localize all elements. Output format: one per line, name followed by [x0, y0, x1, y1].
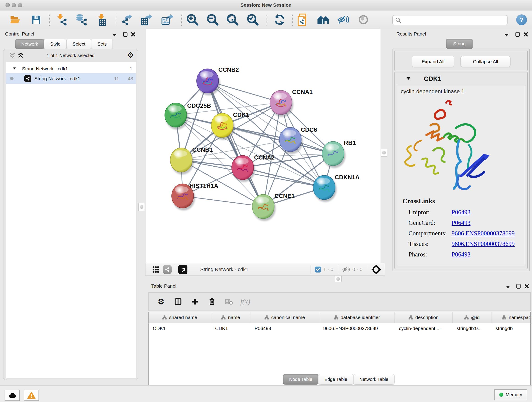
network-options-gear-icon[interactable]: ⚙	[127, 51, 134, 58]
network-view-mode-icon[interactable]	[163, 265, 172, 274]
close-panel-icon[interactable]	[523, 283, 530, 290]
close-panel-icon[interactable]	[130, 31, 137, 38]
network-node-CDC25B[interactable]	[165, 103, 188, 129]
float-panel-icon[interactable]	[111, 32, 118, 39]
clone-network-icon[interactable]	[295, 12, 310, 27]
function-builder-icon[interactable]: f(x)	[240, 298, 250, 306]
cell-canonical-name[interactable]: P06493	[250, 323, 319, 333]
network-node-CDKN1A[interactable]	[313, 175, 336, 202]
cell--id[interactable]: stringdb:9...	[452, 323, 491, 333]
save-session-icon[interactable]	[29, 12, 44, 27]
hidden-elements-icon[interactable]	[342, 266, 350, 273]
zoom-in-icon[interactable]	[185, 12, 200, 27]
network-view-canvas[interactable]: CCNB2CCNA1CDC25BCDK1CDC6RB1CCNB1CCNA2CDK…	[145, 29, 381, 263]
cell-shared-name[interactable]: CDK1	[149, 323, 211, 333]
network-edge-count: 48	[128, 76, 133, 81]
network-node-CDK1[interactable]	[211, 113, 234, 140]
network-row-selected[interactable]: String Network - cdk1 11 48	[6, 73, 136, 84]
protein-structure-image	[401, 98, 500, 194]
delete-column-trash-icon[interactable]	[207, 297, 216, 307]
maximize-panel-icon[interactable]	[514, 31, 521, 38]
float-panel-icon[interactable]	[505, 284, 511, 291]
column-header--id[interactable]: @id	[452, 312, 491, 323]
collection-label: String Network - cdk1	[22, 66, 68, 71]
string-home-icon[interactable]	[316, 12, 331, 27]
tab-node-table[interactable]: Node Table	[283, 374, 318, 385]
import-table-from-file-icon[interactable]	[94, 12, 109, 27]
control-panel-tabs: NetworkStyleSelectSets	[15, 39, 113, 49]
window-title: Session: New Session	[0, 2, 532, 8]
hide-glass-effect-icon[interactable]	[336, 12, 351, 27]
node-label-CDKN1A: CDKN1A	[335, 174, 360, 181]
crosslink-pharos-link[interactable]: P06493	[452, 251, 471, 258]
vertical-splitter-handle[interactable]	[381, 149, 387, 157]
search-input[interactable]	[403, 16, 505, 25]
warning-status-icon[interactable]	[24, 390, 39, 401]
network-node-CCNE1[interactable]	[252, 194, 276, 221]
network-collection-row[interactable]: String Network - cdk1 1	[6, 64, 136, 74]
table-row[interactable]: CDK1CDK1P064939606.ENSP00000378699cyclin…	[149, 323, 531, 333]
crosslink-tissues-link[interactable]: 9606.ENSP00000378699	[452, 240, 515, 248]
selected-nodes-checkbox[interactable]	[315, 267, 321, 273]
tab-network-table[interactable]: Network Table	[353, 374, 394, 385]
memory-button[interactable]: Memory	[494, 389, 527, 400]
tab-select[interactable]: Select	[66, 39, 92, 49]
collection-expand-icon[interactable]	[13, 67, 16, 70]
export-image-icon[interactable]	[160, 12, 175, 27]
section-collapse-icon[interactable]	[406, 77, 411, 80]
collapse-all-button[interactable]: Collapse All	[461, 56, 510, 67]
cell-database-identifier[interactable]: 9606.ENSP00000378699	[319, 323, 395, 333]
expand-all-button[interactable]: Expand All	[412, 56, 454, 67]
column-header-database-identifier[interactable]: database identifier	[319, 312, 395, 323]
detach-view-icon[interactable]	[178, 265, 187, 274]
tab-edge-table[interactable]: Edge Table	[318, 374, 354, 385]
column-header-description[interactable]: description	[395, 312, 452, 323]
open-session-icon[interactable]	[7, 12, 23, 27]
crosslink-genecard-link[interactable]: P06493	[452, 219, 471, 226]
close-panel-icon[interactable]	[522, 31, 529, 38]
network-node-CCNA1[interactable]	[270, 90, 293, 117]
cell-description[interactable]: cyclin-dependent ...	[395, 323, 452, 333]
crosslink-uniprot-link[interactable]: P06493	[452, 209, 471, 216]
grid-mode-icon[interactable]	[152, 266, 159, 273]
search-field[interactable]	[393, 15, 507, 25]
network-node-RB1[interactable]	[322, 141, 346, 168]
delete-table-icon[interactable]	[224, 297, 234, 307]
cell-name[interactable]: CDK1	[211, 323, 250, 333]
vertical-splitter-handle[interactable]	[138, 203, 145, 211]
zoom-selected-icon[interactable]	[245, 12, 260, 27]
tab-style[interactable]: Style	[44, 39, 66, 49]
network-node-CCNB2[interactable]	[196, 69, 220, 95]
maximize-panel-icon[interactable]	[122, 31, 129, 38]
crosslink-compartments-link[interactable]: 9606.ENSP00000378699	[452, 230, 515, 237]
maximize-panel-icon[interactable]	[515, 283, 522, 290]
horizontal-splitter-handle[interactable]	[335, 276, 342, 282]
float-panel-icon[interactable]	[503, 32, 510, 39]
gene-section-header[interactable]: CDK1	[394, 72, 527, 86]
column-header-canonical-name[interactable]: canonical name	[250, 312, 319, 323]
network-node-CCNA2[interactable]	[232, 155, 255, 182]
export-table-icon[interactable]	[139, 12, 154, 27]
show-columns-icon[interactable]	[173, 297, 183, 307]
import-network-from-file-icon[interactable]	[54, 12, 70, 27]
column-header-shared-name[interactable]: shared name	[149, 312, 211, 323]
column-header-namespace[interactable]: namespace	[491, 312, 531, 323]
column-header-name[interactable]: name	[211, 312, 250, 323]
show-glass-effect-icon[interactable]	[356, 12, 371, 27]
tab-network[interactable]: Network	[15, 39, 44, 49]
zoom-fit-content-icon[interactable]	[225, 12, 240, 27]
help-icon[interactable]: ?	[516, 14, 527, 25]
create-column-icon[interactable]	[190, 297, 200, 307]
network-view-toolbar: String Network - cdk1 1 - 0 0 - 0	[145, 263, 385, 276]
birds-eye-view-icon[interactable]	[371, 265, 381, 274]
zoom-out-icon[interactable]	[205, 12, 220, 27]
table-options-gear-icon[interactable]: ⚙	[157, 297, 166, 307]
cloud-status-icon[interactable]	[5, 390, 20, 401]
footer-separator	[339, 265, 339, 274]
cell-namespace[interactable]: stringdb	[491, 323, 531, 333]
import-network-from-database-icon[interactable]	[74, 12, 89, 27]
refresh-view-icon[interactable]	[272, 12, 287, 27]
export-network-icon[interactable]	[120, 12, 135, 27]
tab-sets[interactable]: Sets	[91, 39, 113, 49]
tab-string[interactable]: String	[446, 39, 473, 49]
